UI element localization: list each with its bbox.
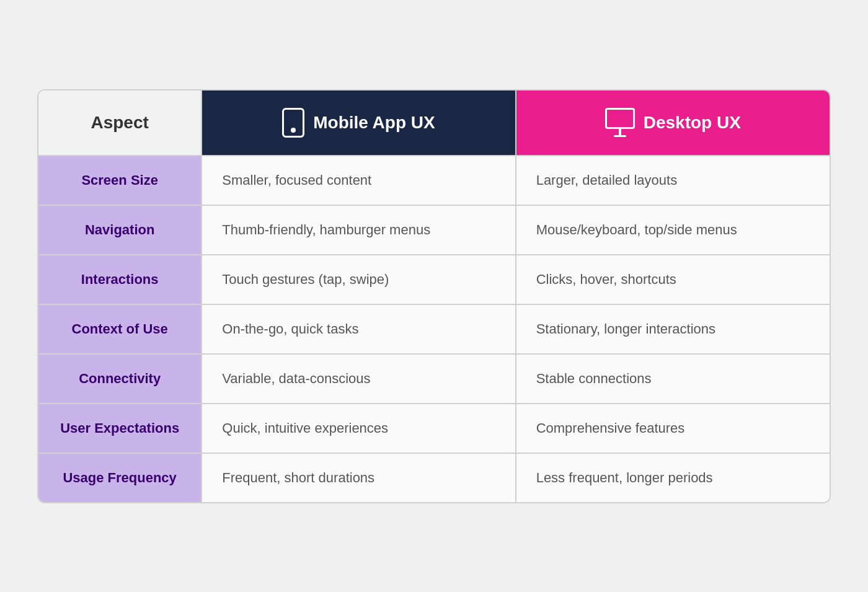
mobile-cell: On-the-go, quick tasks — [202, 304, 515, 354]
ux-comparison-table: Aspect Mobile App UX De — [38, 91, 830, 502]
desktop-cell: Mouse/keyboard, top/side menus — [516, 205, 830, 255]
aspect-cell: Screen Size — [38, 156, 202, 205]
table-row: Context of UseOn-the-go, quick tasksStat… — [38, 304, 830, 354]
table-row: Usage FrequencyFrequent, short durations… — [38, 453, 830, 502]
table-row: InteractionsTouch gestures (tap, swipe)C… — [38, 255, 830, 304]
mobile-cell: Smaller, focused content — [202, 156, 515, 205]
desktop-icon — [605, 108, 635, 137]
table-row: User ExpectationsQuick, intuitive experi… — [38, 404, 830, 453]
aspect-cell: Navigation — [38, 205, 202, 255]
aspect-header: Aspect — [38, 91, 202, 156]
mobile-header: Mobile App UX — [202, 91, 515, 156]
aspect-cell: Interactions — [38, 255, 202, 304]
desktop-cell: Stationary, longer interactions — [516, 304, 830, 354]
desktop-cell: Less frequent, longer periods — [516, 453, 830, 502]
desktop-header: Desktop UX — [516, 91, 830, 156]
table-row: Screen SizeSmaller, focused contentLarge… — [38, 156, 830, 205]
aspect-cell: Connectivity — [38, 354, 202, 404]
desktop-cell: Stable connections — [516, 354, 830, 404]
aspect-cell: Context of Use — [38, 304, 202, 354]
aspect-header-label: Aspect — [91, 113, 148, 132]
mobile-header-label: Mobile App UX — [313, 113, 435, 133]
table-row: ConnectivityVariable, data-consciousStab… — [38, 354, 830, 404]
desktop-header-label: Desktop UX — [644, 113, 741, 133]
desktop-cell: Clicks, hover, shortcuts — [516, 255, 830, 304]
desktop-cell: Larger, detailed layouts — [516, 156, 830, 205]
mobile-cell: Touch gestures (tap, swipe) — [202, 255, 515, 304]
mobile-cell: Thumb-friendly, hamburger menus — [202, 205, 515, 255]
mobile-cell: Variable, data-conscious — [202, 354, 515, 404]
table-row: NavigationThumb-friendly, hamburger menu… — [38, 205, 830, 255]
mobile-cell: Quick, intuitive experiences — [202, 404, 515, 453]
comparison-table: Aspect Mobile App UX De — [37, 89, 831, 503]
desktop-cell: Comprehensive features — [516, 404, 830, 453]
aspect-cell: Usage Frequency — [38, 453, 202, 502]
mobile-icon — [282, 108, 304, 138]
mobile-cell: Frequent, short durations — [202, 453, 515, 502]
aspect-cell: User Expectations — [38, 404, 202, 453]
